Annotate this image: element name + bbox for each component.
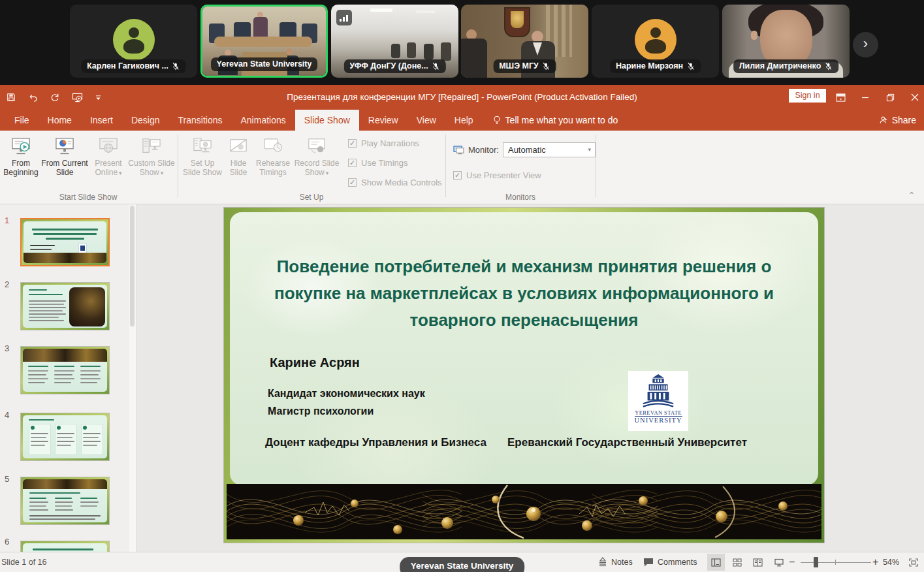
slide-author: Карине Асрян (270, 355, 360, 370)
slide-thumbnail-6[interactable] (20, 541, 110, 552)
reading-view-icon (753, 558, 763, 567)
zoom-slider-track[interactable] (801, 562, 871, 563)
slide-title: Поведение потребителей и механизм принят… (263, 253, 786, 334)
thumbnail-scrollbar[interactable] (129, 204, 136, 552)
slide-thumbnail-1[interactable] (20, 218, 110, 266)
ribbon-display-options-icon[interactable] (835, 92, 846, 103)
participant-tile-narine[interactable]: Нарине Мирзоян (592, 5, 719, 78)
slide-position: Доцент кафедры Управления и Бизнеса (265, 436, 486, 449)
minimize-button[interactable] (860, 92, 870, 103)
from-beginning-button[interactable]: From Beginning (1, 136, 40, 177)
participant-tile-donsu[interactable]: УФФ ДонГУ (Доне... (331, 5, 458, 78)
tab-help[interactable]: Help (445, 110, 483, 131)
participant-tile-yerevan[interactable]: Yerevan State University (200, 5, 328, 78)
active-speaker-overlay: Yerevan State University (400, 557, 525, 572)
tab-file[interactable]: File (5, 110, 39, 131)
meeting-strip: Карлен Гагикович ... Yerevan St (0, 0, 924, 85)
slide-thumbnail-2[interactable] (20, 282, 110, 330)
comments-icon (643, 558, 654, 567)
university-building-icon (639, 373, 677, 409)
dropdown-caret-icon (159, 168, 164, 177)
zoom-in-button[interactable]: + (872, 552, 878, 572)
restore-button[interactable] (885, 92, 895, 103)
tab-review[interactable]: Review (359, 110, 407, 131)
checkbox-checked-icon: ✓ (348, 159, 357, 167)
use-timings-checkbox[interactable]: ✓ Use Timings (348, 158, 408, 168)
mic-muted-icon (172, 62, 180, 71)
tell-me-box[interactable]: Tell me what you want to do (493, 110, 618, 131)
monitor-select[interactable]: Automatic (503, 142, 596, 157)
mic-muted-icon (824, 62, 833, 71)
screen: Карлен Гагикович ... Yerevan St (0, 0, 924, 572)
content-area: 1 2 (0, 204, 924, 552)
show-media-controls-checkbox[interactable]: ✓ Show Media Controls (348, 178, 442, 187)
from-current-slide-icon (55, 137, 74, 155)
rehearse-timings-button[interactable]: Rehearse Timings (253, 136, 293, 177)
tab-animations[interactable]: Animations (231, 110, 295, 131)
checkbox-checked-icon: ✓ (348, 178, 357, 187)
dropdown-caret-icon (325, 168, 329, 177)
mic-muted-icon (686, 62, 695, 71)
current-slide[interactable]: Поведение потребителей и механизм принят… (224, 208, 824, 543)
zoom-out-button[interactable]: − (789, 552, 795, 572)
set-up-slide-show-button[interactable]: Set Up Slide Show (182, 136, 223, 177)
slide-number: 2 (5, 279, 9, 289)
record-slide-show-icon (307, 137, 327, 155)
from-current-slide-button[interactable]: From Current Slide (40, 136, 89, 177)
connection-quality-icon (336, 10, 352, 25)
ribbon-tab-bar: File Home Insert Design Transitions Anim… (0, 110, 924, 131)
slide-degree-1: Кандидат экономических наук (268, 388, 425, 400)
slide-show-view-button[interactable] (770, 554, 788, 571)
participant-tile-liliya[interactable]: Лилия Дмитриченко (722, 5, 850, 78)
custom-slide-show-button[interactable]: Custom Slide Show (127, 136, 176, 178)
dropdown-caret-icon (118, 168, 122, 177)
notes-button[interactable]: Notes (598, 552, 633, 572)
sign-in-button[interactable]: Sign in (789, 89, 826, 103)
hide-slide-button[interactable]: Hide Slide (223, 136, 253, 177)
hide-slide-icon (229, 137, 248, 155)
tab-view[interactable]: View (407, 110, 445, 131)
fit-slide-to-window-button[interactable] (904, 554, 922, 571)
custom-slide-show-icon (142, 137, 161, 155)
slide-thumbnail-5[interactable] (20, 477, 110, 525)
participant-tile-karlen[interactable]: Карлен Гагикович ... (70, 5, 197, 78)
slide-number: 1 (5, 215, 9, 225)
logo-text-line2: UNIVERSITY (635, 416, 682, 424)
from-beginning-icon (11, 137, 31, 155)
checkbox-checked-icon: ✓ (453, 171, 462, 180)
present-online-button[interactable]: Present Online (90, 136, 127, 178)
zoom-slider-thumb[interactable] (814, 557, 818, 567)
zoom-slider-center-tick (835, 560, 836, 565)
normal-view-button[interactable] (707, 554, 725, 571)
university-logo: YEREVAN STATE UNIVERSITY (628, 371, 688, 431)
slide-number: 4 (5, 410, 9, 420)
group-label-monitors: Monitors (458, 193, 582, 202)
group-label-start-slide-show: Start Slide Show (26, 193, 150, 202)
reading-view-button[interactable] (749, 554, 767, 571)
set-up-slide-show-icon (193, 137, 212, 155)
use-presenter-view-checkbox[interactable]: ✓ Use Presenter View (453, 170, 541, 180)
slide-thumbnail-3[interactable] (20, 346, 110, 394)
tab-insert[interactable]: Insert (81, 110, 122, 131)
participant-tile-mgu[interactable]: МШЭ МГУ (461, 5, 588, 78)
play-narrations-checkbox[interactable]: ✓ Play Narrations (348, 138, 419, 148)
window-controls (835, 85, 920, 110)
participant-name-label: Лилия Дмитриченко (733, 59, 839, 73)
group-divider (445, 135, 446, 197)
collapse-ribbon-button[interactable]: ⌃ (908, 191, 915, 200)
record-slide-show-button[interactable]: Record Slide Show (293, 136, 341, 178)
slide-sorter-view-button[interactable] (728, 554, 746, 571)
tab-home[interactable]: Home (39, 110, 81, 131)
gold-waves-art (227, 484, 821, 539)
tab-transitions[interactable]: Transitions (169, 110, 232, 131)
comments-button[interactable]: Comments (643, 552, 697, 572)
tab-slide-show[interactable]: Slide Show (295, 110, 359, 131)
participant-name-label: Yerevan State University (211, 57, 318, 71)
share-button[interactable]: Share (879, 110, 916, 131)
zoom-level[interactable]: 54% (883, 552, 899, 572)
tab-design[interactable]: Design (122, 110, 169, 131)
next-participants-button[interactable]: › (853, 32, 878, 57)
close-button[interactable] (910, 92, 920, 103)
slide-thumbnail-4[interactable] (20, 413, 110, 461)
normal-view-icon (711, 558, 721, 567)
